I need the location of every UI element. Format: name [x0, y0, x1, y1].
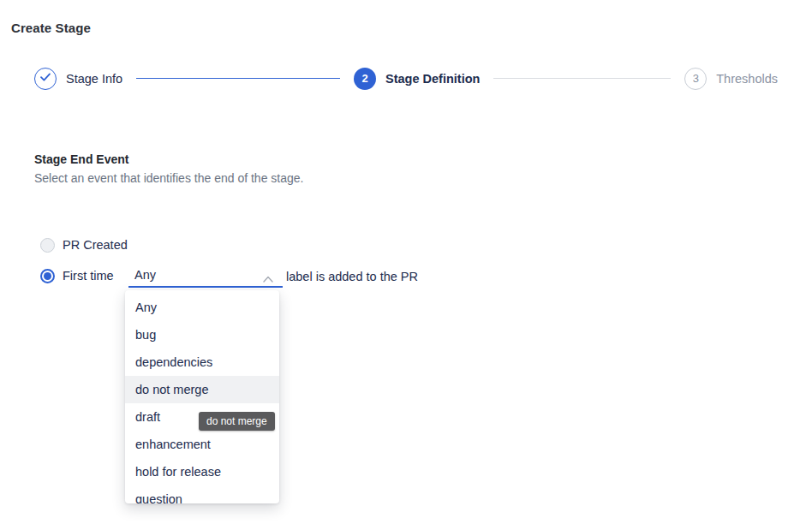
- radio-option-first-time[interactable]: First time: [40, 268, 114, 283]
- create-stage-page: Create Stage Stage Info 2 Stage Definiti…: [0, 0, 812, 530]
- dropdown-option[interactable]: dependencies: [125, 348, 279, 376]
- radio-option-pr-created[interactable]: PR Created: [40, 237, 128, 253]
- chevron-up-icon: [262, 271, 274, 280]
- check-icon: [39, 72, 51, 85]
- dropdown-option[interactable]: Any: [125, 294, 279, 321]
- stepper-step-stage-definition[interactable]: 2 Stage Definition: [354, 68, 480, 90]
- step-3-circle: 3: [684, 68, 707, 90]
- dropdown-option[interactable]: hold for release: [125, 458, 279, 485]
- step-2-label: Stage Definition: [385, 72, 480, 86]
- dropdown-option[interactable]: bug: [125, 321, 279, 348]
- section-description: Select an event that identifies the end …: [34, 171, 303, 185]
- radio-pr-created-label: PR Created: [63, 238, 128, 252]
- dropdown-option[interactable]: enhancement: [125, 431, 279, 458]
- dropdown-option[interactable]: question: [125, 485, 279, 503]
- label-select-value: Any: [134, 268, 156, 282]
- stepper-connector-upcoming: [493, 78, 671, 79]
- stepper-step-thresholds[interactable]: 3 Thresholds: [684, 68, 778, 90]
- radio-first-time-label: First time: [63, 269, 114, 283]
- select-suffix-text: label is added to the PR: [286, 270, 418, 283]
- dropdown-option[interactable]: do not merge: [125, 376, 279, 403]
- page-title: Create Stage: [11, 21, 91, 35]
- step-3-label: Thresholds: [716, 72, 778, 86]
- label-select[interactable]: Any: [128, 265, 283, 288]
- stepper: Stage Info 2 Stage Definition 3 Threshol…: [34, 67, 778, 90]
- radio-pr-created[interactable]: [40, 238, 55, 253]
- section-heading: Stage End Event: [34, 152, 128, 166]
- step-1-label: Stage Info: [66, 72, 122, 86]
- tooltip: do not merge: [199, 412, 275, 431]
- radio-first-time[interactable]: [40, 269, 55, 283]
- step-1-circle: [34, 68, 57, 90]
- stepper-connector-completed: [136, 78, 340, 79]
- radio-dot: [44, 272, 51, 280]
- step-2-circle: 2: [354, 68, 376, 90]
- stepper-step-stage-info[interactable]: Stage Info: [34, 68, 122, 90]
- label-dropdown-menu: Anybugdependenciesdo not mergedraftenhan…: [125, 290, 279, 503]
